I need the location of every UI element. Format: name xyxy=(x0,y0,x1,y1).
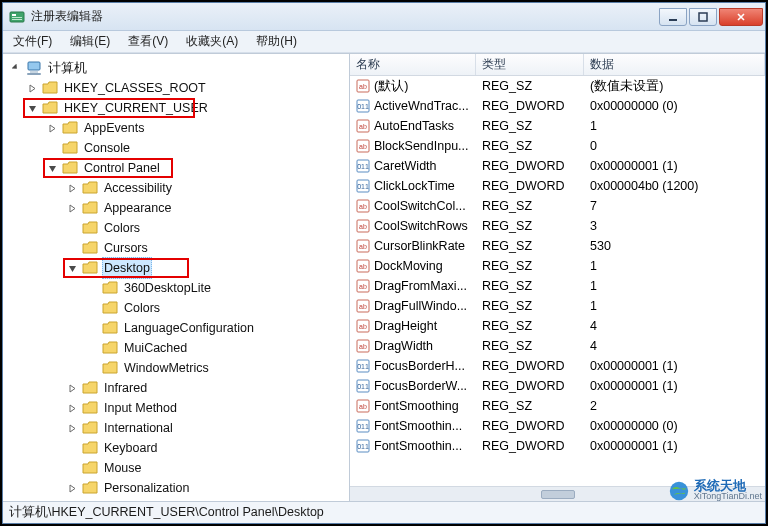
column-header-name[interactable]: 名称 xyxy=(350,54,476,75)
tree-label: 计算机 xyxy=(46,58,89,78)
value-row[interactable]: 011FocusBorderW...REG_DWORD0x00000001 (1… xyxy=(350,376,765,396)
value-name: BlockSendInpu... xyxy=(374,139,469,153)
tree-node-desktop-colors[interactable]: Colors xyxy=(3,298,349,318)
maximize-button[interactable] xyxy=(689,8,717,26)
svg-rect-3 xyxy=(12,19,22,20)
tree-node-controlpanel[interactable]: Control Panel xyxy=(3,158,349,178)
menu-help[interactable]: 帮助(H) xyxy=(252,32,301,51)
value-row[interactable]: abDragFullWindo...REG_SZ1 xyxy=(350,296,765,316)
value-row[interactable]: abAutoEndTasksREG_SZ1 xyxy=(350,116,765,136)
minimize-button[interactable] xyxy=(659,8,687,26)
titlebar[interactable]: 注册表编辑器 xyxy=(3,3,765,31)
expand-icon[interactable] xyxy=(67,183,78,194)
value-data-cell: 1 xyxy=(584,259,765,273)
value-row[interactable]: 011ClickLockTimeREG_DWORD0x000004b0 (120… xyxy=(350,176,765,196)
value-row[interactable]: 011CaretWidthREG_DWORD0x00000001 (1) xyxy=(350,156,765,176)
svg-rect-7 xyxy=(30,71,38,73)
value-name: FocusBorderW... xyxy=(374,379,467,393)
tree-label: AppEvents xyxy=(82,118,146,138)
tree-node-accessibility[interactable]: Accessibility xyxy=(3,178,349,198)
tree-node-personalization[interactable]: Personalization xyxy=(3,478,349,498)
tree-node-international[interactable]: International xyxy=(3,418,349,438)
value-row[interactable]: abDragFromMaxi...REG_SZ1 xyxy=(350,276,765,296)
tree-node-muicached[interactable]: MuiCached xyxy=(3,338,349,358)
value-name-cell: abDockMoving xyxy=(350,259,476,273)
svg-text:ab: ab xyxy=(359,223,367,230)
tree-pane[interactable]: 计算机 HKEY_CLASSES_ROOT HKEY_CURRENT_USER … xyxy=(3,54,350,501)
horizontal-scrollbar[interactable] xyxy=(350,486,765,501)
menu-file[interactable]: 文件(F) xyxy=(9,32,56,51)
value-row[interactable]: 011ActiveWndTrac...REG_DWORD0x00000000 (… xyxy=(350,96,765,116)
tree-node-360desktoplite[interactable]: 360DesktopLite xyxy=(3,278,349,298)
value-name: AutoEndTasks xyxy=(374,119,454,133)
tree-node-infrared[interactable]: Infrared xyxy=(3,378,349,398)
tree-node-hkcr[interactable]: HKEY_CLASSES_ROOT xyxy=(3,78,349,98)
close-button[interactable] xyxy=(719,8,763,26)
expand-icon[interactable] xyxy=(67,423,78,434)
collapse-icon[interactable] xyxy=(47,163,58,174)
expand-icon[interactable] xyxy=(27,83,38,94)
value-name: CaretWidth xyxy=(374,159,437,173)
computer-icon xyxy=(26,60,42,76)
value-row[interactable]: 011FontSmoothin...REG_DWORD0x00000001 (1… xyxy=(350,436,765,456)
menu-favorites[interactable]: 收藏夹(A) xyxy=(182,32,242,51)
value-type-cell: REG_SZ xyxy=(476,219,584,233)
value-row[interactable]: abDragHeightREG_SZ4 xyxy=(350,316,765,336)
value-row[interactable]: 011FontSmoothin...REG_DWORD0x00000000 (0… xyxy=(350,416,765,436)
tree-node-langconfig[interactable]: LanguageConfiguration xyxy=(3,318,349,338)
expand-icon[interactable] xyxy=(67,383,78,394)
window-title: 注册表编辑器 xyxy=(31,8,657,25)
value-name-cell: abDragFullWindo... xyxy=(350,299,476,313)
values-list[interactable]: 名称 类型 数据 ab(默认)REG_SZ(数值未设置)011ActiveWnd… xyxy=(350,54,765,501)
expand-icon[interactable] xyxy=(67,203,78,214)
folder-icon xyxy=(62,141,78,155)
spacer-icon xyxy=(87,363,98,374)
tree-node-colors[interactable]: Colors xyxy=(3,218,349,238)
expand-icon[interactable] xyxy=(67,483,78,494)
expand-icon[interactable] xyxy=(47,123,58,134)
tree-node-cursors[interactable]: Cursors xyxy=(3,238,349,258)
expand-collapse-icon[interactable] xyxy=(11,63,22,74)
value-row[interactable]: abCoolSwitchCol...REG_SZ7 xyxy=(350,196,765,216)
value-row[interactable]: 011FocusBorderH...REG_DWORD0x00000001 (1… xyxy=(350,356,765,376)
tree-label: HKEY_CLASSES_ROOT xyxy=(62,78,208,98)
svg-text:011: 011 xyxy=(357,383,369,390)
value-type-cell: REG_DWORD xyxy=(476,439,584,453)
tree-node-appevents[interactable]: AppEvents xyxy=(3,118,349,138)
value-row[interactable]: abCoolSwitchRowsREG_SZ3 xyxy=(350,216,765,236)
scrollbar-thumb[interactable] xyxy=(541,490,575,499)
value-row[interactable]: abCursorBlinkRateREG_SZ530 xyxy=(350,236,765,256)
value-row[interactable]: abFontSmoothingREG_SZ2 xyxy=(350,396,765,416)
value-row[interactable]: abDockMovingREG_SZ1 xyxy=(350,256,765,276)
svg-text:011: 011 xyxy=(357,443,369,450)
tree-node-mouse[interactable]: Mouse xyxy=(3,458,349,478)
tree-node-inputmethod[interactable]: Input Method xyxy=(3,398,349,418)
menu-edit[interactable]: 编辑(E) xyxy=(66,32,114,51)
tree-node-console[interactable]: Console xyxy=(3,138,349,158)
tree-node-appearance[interactable]: Appearance xyxy=(3,198,349,218)
collapse-icon[interactable] xyxy=(67,263,78,274)
folder-icon xyxy=(102,301,118,315)
tree-node-desktop[interactable]: Desktop xyxy=(3,258,349,278)
collapse-icon[interactable] xyxy=(27,103,38,114)
column-header-data[interactable]: 数据 xyxy=(584,54,765,75)
column-header-type[interactable]: 类型 xyxy=(476,54,584,75)
svg-text:011: 011 xyxy=(357,103,369,110)
value-name-cell: abCursorBlinkRate xyxy=(350,239,476,253)
value-type-cell: REG_SZ xyxy=(476,199,584,213)
value-data-cell: 0x00000001 (1) xyxy=(584,359,765,373)
value-name: CoolSwitchCol... xyxy=(374,199,466,213)
tree-node-hkcu[interactable]: HKEY_CURRENT_USER xyxy=(3,98,349,118)
value-row[interactable]: ab(默认)REG_SZ(数值未设置) xyxy=(350,76,765,96)
folder-icon xyxy=(82,201,98,215)
menu-view[interactable]: 查看(V) xyxy=(124,32,172,51)
tree-node-windowmetrics[interactable]: WindowMetrics xyxy=(3,358,349,378)
value-row[interactable]: abDragWidthREG_SZ4 xyxy=(350,336,765,356)
value-name: DragHeight xyxy=(374,319,437,333)
svg-text:011: 011 xyxy=(357,183,369,190)
value-row[interactable]: abBlockSendInpu...REG_SZ0 xyxy=(350,136,765,156)
tree-node-keyboard[interactable]: Keyboard xyxy=(3,438,349,458)
expand-icon[interactable] xyxy=(67,403,78,414)
tree-node-computer[interactable]: 计算机 xyxy=(3,58,349,78)
list-header: 名称 类型 数据 xyxy=(350,54,765,76)
